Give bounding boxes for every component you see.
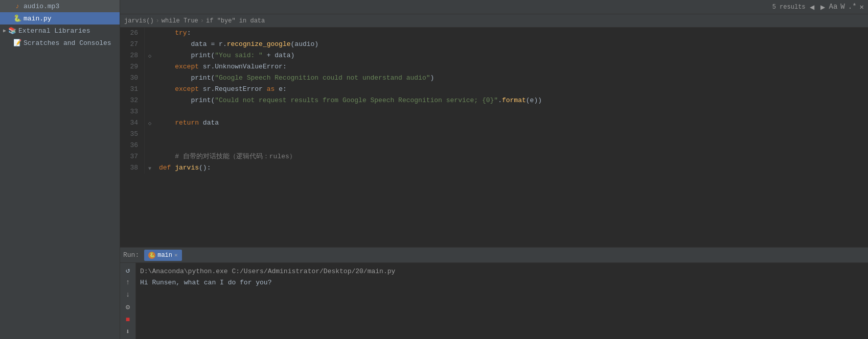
- gutter-29: [145, 61, 155, 72]
- line-number-28: 28: [120, 50, 145, 61]
- scroll-down-button[interactable]: ↓: [122, 289, 133, 300]
- table-row: 37 # 自带的对话技能（逻辑代码：rules）: [120, 151, 868, 162]
- gutter-38: ▼: [145, 162, 155, 174]
- line-number-26: 26: [120, 28, 145, 39]
- sidebar-item-audio-mp3[interactable]: ♪ audio.mp3: [0, 0, 120, 12]
- run-console[interactable]: D:\Anaconda\python.exe C:/Users/Administ…: [136, 263, 868, 339]
- line-number-32: 32: [120, 95, 145, 106]
- sidebar: ♪ audio.mp3 🐍 main.py ▶ 📚 External Libra…: [0, 0, 120, 339]
- table-row: 36: [120, 140, 868, 151]
- main-area: ♪ audio.mp3 🐍 main.py ▶ 📚 External Libra…: [0, 0, 868, 339]
- table-row: 31 except sr.RequestError as e:: [120, 84, 868, 95]
- line-content-33: [155, 106, 868, 117]
- line-number-31: 31: [120, 84, 145, 95]
- gutter-28: ◇: [145, 50, 155, 61]
- line-content-35: [155, 129, 868, 140]
- line-content-26[interactable]: try:: [155, 28, 868, 39]
- main-py-icon: 🐍: [13, 14, 21, 22]
- editor-area: 5 results ◀ ▶ Aa W .* ✕ jarvis() › while…: [120, 0, 868, 339]
- table-row: 28 ◇ print("You said: " + data): [120, 50, 868, 61]
- search-next-button[interactable]: ▶: [818, 3, 827, 12]
- gutter-32: [145, 95, 155, 106]
- line-number-33: 33: [120, 106, 145, 117]
- line-number-30: 30: [120, 72, 145, 84]
- lib-icon: 📚: [8, 27, 16, 35]
- run-tab-main[interactable]: 🐍 main ✕: [144, 250, 181, 261]
- line-number-35: 35: [120, 129, 145, 140]
- sidebar-item-main-py[interactable]: 🐍 main.py: [0, 12, 120, 25]
- audio-mp3-icon: ♪: [13, 2, 21, 10]
- run-label: Run:: [123, 251, 142, 259]
- line-content-30[interactable]: print("Google Speech Recognition could n…: [155, 72, 868, 84]
- line-number-34: 34: [120, 117, 145, 129]
- gutter-31: [145, 84, 155, 95]
- breadcrumb-sep-1: ›: [156, 17, 159, 25]
- breadcrumb-sep-2: ›: [200, 17, 204, 25]
- line-number-29: 29: [120, 61, 145, 72]
- table-row: 30 print("Google Speech Recognition coul…: [120, 72, 868, 84]
- line-number-38: 38: [120, 162, 145, 174]
- breadcrumb: jarvis() › while True › if "bye" in data: [120, 14, 868, 28]
- breadcrumb-part-3[interactable]: if "bye" in data: [206, 17, 265, 25]
- match-case-icon[interactable]: Aa: [829, 3, 838, 11]
- run-tab-close-icon[interactable]: ✕: [174, 252, 178, 258]
- top-search-bar: 5 results ◀ ▶ Aa W .* ✕: [120, 0, 868, 14]
- sidebar-item-label-external-libs: External Libraries: [18, 27, 90, 35]
- whole-word-icon[interactable]: W: [840, 3, 844, 11]
- table-row: 35: [120, 129, 868, 140]
- gutter-35: [145, 129, 155, 140]
- console-line-2: Hi Runsen, what can I do for you?: [140, 277, 864, 288]
- gutter-27: [145, 39, 155, 50]
- toolbar-icons: Aa W .* ✕: [829, 3, 864, 11]
- breadcrumb-part-1[interactable]: jarvis(): [124, 17, 154, 25]
- line-content-36: [155, 140, 868, 151]
- close-search-icon[interactable]: ✕: [860, 3, 864, 11]
- gutter-36: [145, 140, 155, 151]
- code-editor[interactable]: 26 try: 27 data = r.recognize_google(aud…: [120, 28, 868, 247]
- sidebar-item-scratches[interactable]: 📝 Scratches and Consoles: [0, 37, 120, 49]
- collapse-icon-38[interactable]: ▼: [148, 166, 151, 172]
- line-content-29[interactable]: except sr.UnknownValueError:: [155, 61, 868, 72]
- line-number-37: 37: [120, 151, 145, 162]
- search-result-count: 5 results: [772, 4, 806, 11]
- table-row: 38 ▼ def jarvis():: [120, 162, 868, 174]
- stop-button[interactable]: ■: [122, 314, 133, 325]
- table-row: 29 except sr.UnknownValueError:: [120, 61, 868, 72]
- pin-button[interactable]: ⬇: [122, 327, 133, 337]
- expand-arrow-icon: ▶: [3, 28, 6, 34]
- table-row: 27 data = r.recognize_google(audio): [120, 39, 868, 50]
- rerun-button[interactable]: ↺: [122, 265, 133, 275]
- regex-icon[interactable]: .*: [848, 3, 857, 11]
- gutter-33: [145, 106, 155, 117]
- line-content-28[interactable]: print("You said: " + data): [155, 50, 868, 61]
- settings-button[interactable]: ⚙: [122, 302, 133, 312]
- scratch-icon: 📝: [13, 39, 21, 47]
- line-content-31[interactable]: except sr.RequestError as e:: [155, 84, 868, 95]
- line-number-27: 27: [120, 39, 145, 50]
- gutter-34: ◇: [145, 117, 155, 129]
- run-toolbar: ↺ ↑ ↓ ⚙ ■ ⬇: [120, 263, 136, 339]
- breadcrumb-part-2[interactable]: while True: [162, 17, 198, 25]
- table-row: 26 try:: [120, 28, 868, 39]
- run-tab-name: main: [157, 252, 172, 259]
- search-prev-button[interactable]: ◀: [808, 3, 816, 12]
- line-number-36: 36: [120, 140, 145, 151]
- line-content-38[interactable]: def jarvis():: [155, 162, 868, 174]
- table-row: 34 ◇ return data: [120, 117, 868, 129]
- line-content-34[interactable]: return data: [155, 117, 868, 129]
- bottom-panel: Run: 🐍 main ✕ ↺ ↑ ↓ ⚙ ■ ⬇: [120, 247, 868, 339]
- gutter-37: [145, 151, 155, 162]
- gutter-30: [145, 72, 155, 84]
- run-content-area: ↺ ↑ ↓ ⚙ ■ ⬇ D:\Anaconda\python.exe C:/Us…: [120, 263, 868, 339]
- table-row: 33: [120, 106, 868, 117]
- scroll-up-button[interactable]: ↑: [122, 277, 133, 287]
- line-content-32[interactable]: print("Could not request results from Go…: [155, 95, 868, 106]
- run-tab-bar: Run: 🐍 main ✕: [120, 248, 868, 263]
- code-lines: 26 try: 27 data = r.recognize_google(aud…: [120, 28, 868, 174]
- gutter-26: [145, 28, 155, 39]
- bookmark-icon-28: ◇: [148, 53, 152, 59]
- line-content-37[interactable]: # 自带的对话技能（逻辑代码：rules）: [155, 151, 868, 162]
- line-content-27[interactable]: data = r.recognize_google(audio): [155, 39, 868, 50]
- table-row: 32 print("Could not request results from…: [120, 95, 868, 106]
- sidebar-item-external-libs[interactable]: ▶ 📚 External Libraries: [0, 25, 120, 37]
